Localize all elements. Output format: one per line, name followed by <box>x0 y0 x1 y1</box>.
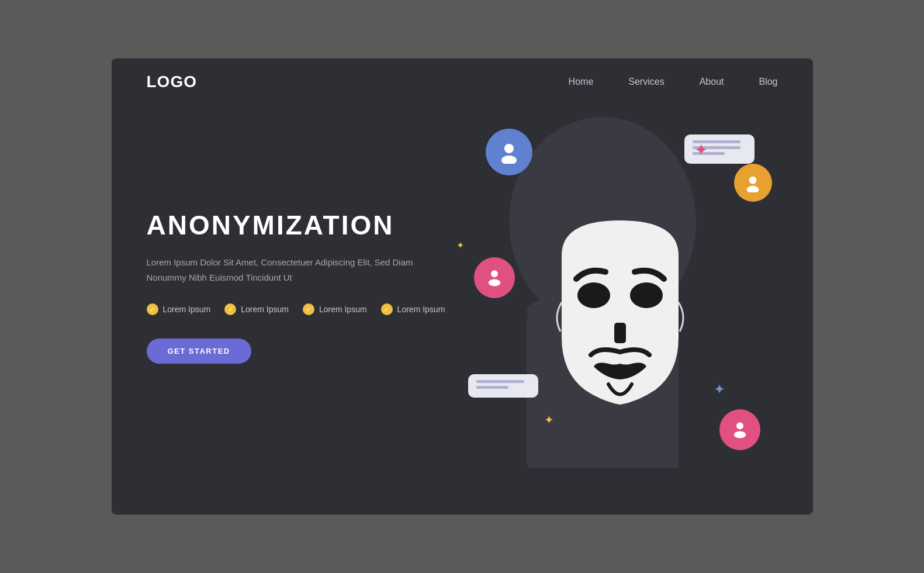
svg-rect-13 <box>614 323 626 343</box>
sparkle-blue-icon: ✦ <box>714 381 725 398</box>
navbar: LOGO Home Services About Blog <box>112 58 813 105</box>
nav-about[interactable]: About <box>700 77 724 87</box>
user-icon-blue <box>497 140 521 164</box>
avatar-yellow <box>734 164 772 202</box>
svg-point-11 <box>577 282 610 308</box>
hero-description: Lorem Ipsum Dolor Sit Amet, Consectetuer… <box>147 255 451 285</box>
feature-list: ✓ Lorem Ipsum ✓ Lorem Ipsum ✓ Lorem Ipsu… <box>147 303 451 315</box>
nav-services[interactable]: Services <box>628 77 664 87</box>
svg-point-4 <box>501 156 517 164</box>
check-icon-3: ✓ <box>303 303 314 315</box>
check-icon-4: ✓ <box>381 303 393 315</box>
svg-point-7 <box>491 270 498 277</box>
sparkle-yellow-top-icon: ✦ <box>456 240 464 251</box>
svg-point-9 <box>736 422 743 429</box>
svg-point-6 <box>747 185 759 192</box>
chat-line <box>476 386 508 389</box>
user-icon-pink-left <box>485 268 504 288</box>
chat-line <box>476 380 525 383</box>
logo: LOGO <box>147 73 197 91</box>
feature-label-2: Lorem Ipsum <box>241 305 289 314</box>
svg-point-5 <box>749 176 757 184</box>
feature-item-3: ✓ Lorem Ipsum <box>303 303 367 315</box>
nav-links: Home Services About Blog <box>569 77 778 87</box>
check-icon-1: ✓ <box>147 303 158 315</box>
svg-point-10 <box>733 432 745 439</box>
user-icon-pink-bottom <box>730 420 750 440</box>
hero-content: ANONYMIZATION Lorem Ipsum Dolor Sit Amet… <box>147 209 451 364</box>
user-icon-yellow <box>743 174 762 192</box>
feature-item-2: ✓ Lorem Ipsum <box>224 303 289 315</box>
sparkle-yellow-bottom-icon: ✦ <box>544 413 554 427</box>
svg-point-3 <box>504 144 514 153</box>
avatar-blue <box>486 129 532 175</box>
hero-title: ANONYMIZATION <box>147 209 451 241</box>
illustration: ✦ ✦ ✦ ✦ <box>451 105 790 491</box>
feature-item-4: ✓ Lorem Ipsum <box>381 303 445 315</box>
nav-blog[interactable]: Blog <box>759 77 777 87</box>
check-icon-2: ✓ <box>224 303 236 315</box>
feature-item-1: ✓ Lorem Ipsum <box>147 303 211 315</box>
svg-point-12 <box>630 282 663 308</box>
feature-label-1: Lorem Ipsum <box>163 305 211 314</box>
feature-label-3: Lorem Ipsum <box>319 305 367 314</box>
svg-point-8 <box>488 279 500 286</box>
sparkle-pink-icon: ✦ <box>694 140 708 160</box>
get-started-button[interactable]: GET STARTED <box>147 339 251 364</box>
avatar-pink-bottom <box>719 409 760 450</box>
nav-home[interactable]: Home <box>569 77 594 87</box>
anonymous-mask <box>538 209 702 408</box>
page-container: LOGO Home Services About Blog ANONYMIZAT… <box>112 58 813 515</box>
avatar-pink-left <box>474 257 515 298</box>
chat-bubble-bottom <box>468 374 538 398</box>
feature-label-4: Lorem Ipsum <box>397 305 445 314</box>
